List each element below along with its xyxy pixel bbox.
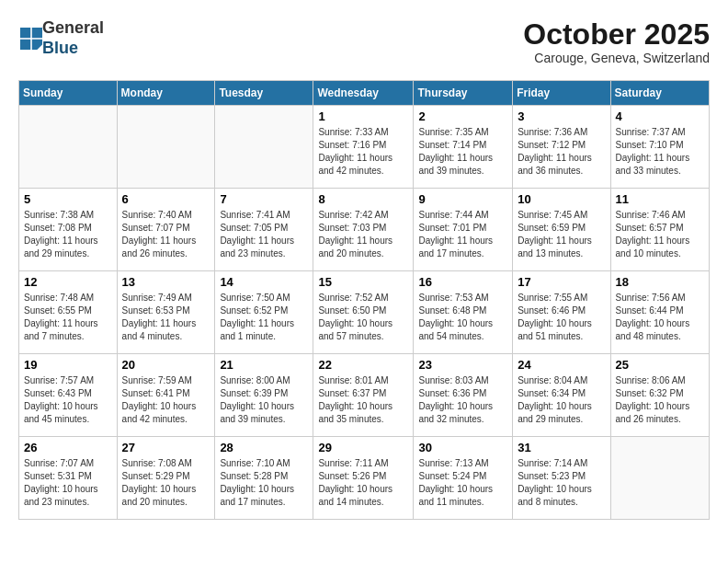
calendar-cell: 24Sunrise: 8:04 AM Sunset: 6:34 PM Dayli… bbox=[513, 354, 610, 437]
title-block: October 2025 Carouge, Geneva, Switzerlan… bbox=[523, 18, 710, 65]
day-number: 8 bbox=[318, 192, 408, 206]
day-info: Sunrise: 7:07 AM Sunset: 5:31 PM Dayligh… bbox=[24, 457, 112, 509]
day-number: 20 bbox=[122, 358, 210, 372]
calendar-cell: 4Sunrise: 7:37 AM Sunset: 7:10 PM Daylig… bbox=[610, 106, 709, 189]
calendar-cell: 19Sunrise: 7:57 AM Sunset: 6:43 PM Dayli… bbox=[19, 354, 118, 437]
calendar-cell: 26Sunrise: 7:07 AM Sunset: 5:31 PM Dayli… bbox=[19, 437, 118, 520]
day-number: 21 bbox=[220, 358, 308, 372]
calendar-header-wednesday: Wednesday bbox=[313, 81, 414, 106]
calendar-cell: 10Sunrise: 7:45 AM Sunset: 6:59 PM Dayli… bbox=[513, 189, 610, 271]
calendar-cell: 6Sunrise: 7:40 AM Sunset: 7:07 PM Daylig… bbox=[117, 189, 215, 271]
day-info: Sunrise: 7:08 AM Sunset: 5:29 PM Dayligh… bbox=[122, 457, 210, 509]
day-number: 3 bbox=[518, 109, 605, 123]
calendar-header-row: SundayMondayTuesdayWednesdayThursdayFrid… bbox=[19, 81, 710, 106]
calendar-cell bbox=[117, 106, 215, 189]
day-info: Sunrise: 7:38 AM Sunset: 7:08 PM Dayligh… bbox=[24, 209, 112, 260]
calendar-cell: 12Sunrise: 7:48 AM Sunset: 6:55 PM Dayli… bbox=[19, 271, 118, 354]
logo-blue: Blue bbox=[42, 39, 78, 57]
calendar-cell bbox=[19, 106, 118, 189]
day-info: Sunrise: 7:57 AM Sunset: 6:43 PM Dayligh… bbox=[24, 374, 112, 426]
logo-icon bbox=[20, 28, 42, 50]
calendar-header-saturday: Saturday bbox=[610, 81, 709, 106]
day-info: Sunrise: 7:40 AM Sunset: 7:07 PM Dayligh… bbox=[122, 209, 210, 260]
day-number: 14 bbox=[220, 275, 308, 289]
calendar-cell: 3Sunrise: 7:36 AM Sunset: 7:12 PM Daylig… bbox=[513, 106, 610, 189]
calendar-cell: 2Sunrise: 7:35 AM Sunset: 7:14 PM Daylig… bbox=[414, 106, 513, 189]
day-number: 26 bbox=[24, 441, 112, 454]
calendar-cell: 29Sunrise: 7:11 AM Sunset: 5:26 PM Dayli… bbox=[313, 437, 414, 520]
calendar-cell: 9Sunrise: 7:44 AM Sunset: 7:01 PM Daylig… bbox=[414, 189, 513, 271]
day-number: 16 bbox=[418, 275, 507, 289]
calendar-week-row: 1Sunrise: 7:33 AM Sunset: 7:16 PM Daylig… bbox=[19, 106, 710, 189]
day-number: 22 bbox=[318, 358, 408, 372]
calendar-cell: 15Sunrise: 7:52 AM Sunset: 6:50 PM Dayli… bbox=[313, 271, 414, 354]
day-number: 15 bbox=[318, 275, 408, 289]
day-info: Sunrise: 7:56 AM Sunset: 6:44 PM Dayligh… bbox=[616, 292, 704, 343]
day-info: Sunrise: 7:37 AM Sunset: 7:10 PM Dayligh… bbox=[616, 126, 704, 178]
calendar-cell: 21Sunrise: 8:00 AM Sunset: 6:39 PM Dayli… bbox=[215, 354, 313, 437]
calendar-cell: 7Sunrise: 7:41 AM Sunset: 7:05 PM Daylig… bbox=[215, 189, 313, 271]
day-info: Sunrise: 7:48 AM Sunset: 6:55 PM Dayligh… bbox=[24, 292, 112, 343]
calendar-cell: 23Sunrise: 8:03 AM Sunset: 6:36 PM Dayli… bbox=[414, 354, 513, 437]
day-info: Sunrise: 7:52 AM Sunset: 6:50 PM Dayligh… bbox=[318, 292, 408, 343]
calendar-cell: 18Sunrise: 7:56 AM Sunset: 6:44 PM Dayli… bbox=[610, 271, 709, 354]
day-info: Sunrise: 7:41 AM Sunset: 7:05 PM Dayligh… bbox=[220, 209, 308, 260]
calendar-cell: 20Sunrise: 7:59 AM Sunset: 6:41 PM Dayli… bbox=[117, 354, 215, 437]
day-number: 19 bbox=[24, 358, 112, 372]
page-header: General Blue October 2025 Carouge, Genev… bbox=[18, 18, 710, 65]
logo-general: General bbox=[42, 18, 104, 37]
calendar-week-row: 26Sunrise: 7:07 AM Sunset: 5:31 PM Dayli… bbox=[19, 437, 710, 520]
logo: General Blue bbox=[18, 18, 104, 58]
day-info: Sunrise: 7:14 AM Sunset: 5:23 PM Dayligh… bbox=[518, 457, 605, 509]
day-info: Sunrise: 7:55 AM Sunset: 6:46 PM Dayligh… bbox=[518, 292, 605, 343]
day-info: Sunrise: 8:01 AM Sunset: 6:37 PM Dayligh… bbox=[318, 374, 408, 426]
svg-marker-3 bbox=[32, 39, 42, 49]
calendar-table: SundayMondayTuesdayWednesdayThursdayFrid… bbox=[18, 80, 710, 520]
svg-rect-2 bbox=[20, 39, 30, 49]
calendar-week-row: 5Sunrise: 7:38 AM Sunset: 7:08 PM Daylig… bbox=[19, 189, 710, 271]
day-number: 30 bbox=[418, 441, 507, 454]
calendar-header-friday: Friday bbox=[513, 81, 610, 106]
day-number: 7 bbox=[220, 192, 308, 206]
day-number: 28 bbox=[220, 441, 308, 454]
calendar-cell bbox=[215, 106, 313, 189]
calendar-cell bbox=[610, 437, 709, 520]
day-info: Sunrise: 7:10 AM Sunset: 5:28 PM Dayligh… bbox=[220, 457, 308, 509]
day-info: Sunrise: 8:03 AM Sunset: 6:36 PM Dayligh… bbox=[418, 374, 507, 426]
calendar-header-thursday: Thursday bbox=[414, 81, 513, 106]
calendar-header-tuesday: Tuesday bbox=[215, 81, 313, 106]
day-info: Sunrise: 8:04 AM Sunset: 6:34 PM Dayligh… bbox=[518, 374, 605, 426]
day-number: 1 bbox=[318, 109, 408, 123]
day-number: 23 bbox=[418, 358, 507, 372]
calendar-cell: 25Sunrise: 8:06 AM Sunset: 6:32 PM Dayli… bbox=[610, 354, 709, 437]
day-info: Sunrise: 7:50 AM Sunset: 6:52 PM Dayligh… bbox=[220, 292, 308, 343]
day-number: 2 bbox=[418, 109, 507, 123]
calendar-cell: 27Sunrise: 7:08 AM Sunset: 5:29 PM Dayli… bbox=[117, 437, 215, 520]
day-info: Sunrise: 7:35 AM Sunset: 7:14 PM Dayligh… bbox=[418, 126, 507, 178]
day-number: 11 bbox=[616, 192, 704, 206]
day-number: 12 bbox=[24, 275, 112, 289]
day-number: 10 bbox=[518, 192, 605, 206]
calendar-cell: 22Sunrise: 8:01 AM Sunset: 6:37 PM Dayli… bbox=[313, 354, 414, 437]
calendar-week-row: 12Sunrise: 7:48 AM Sunset: 6:55 PM Dayli… bbox=[19, 271, 710, 354]
day-number: 5 bbox=[24, 192, 112, 206]
day-info: Sunrise: 8:06 AM Sunset: 6:32 PM Dayligh… bbox=[616, 374, 704, 426]
day-number: 13 bbox=[122, 275, 210, 289]
calendar-week-row: 19Sunrise: 7:57 AM Sunset: 6:43 PM Dayli… bbox=[19, 354, 710, 437]
calendar-cell: 13Sunrise: 7:49 AM Sunset: 6:53 PM Dayli… bbox=[117, 271, 215, 354]
day-number: 6 bbox=[122, 192, 210, 206]
subtitle: Carouge, Geneva, Switzerland bbox=[523, 51, 710, 65]
day-info: Sunrise: 7:13 AM Sunset: 5:24 PM Dayligh… bbox=[418, 457, 507, 509]
day-info: Sunrise: 7:46 AM Sunset: 6:57 PM Dayligh… bbox=[616, 209, 704, 260]
calendar-cell: 14Sunrise: 7:50 AM Sunset: 6:52 PM Dayli… bbox=[215, 271, 313, 354]
day-info: Sunrise: 7:11 AM Sunset: 5:26 PM Dayligh… bbox=[318, 457, 408, 509]
calendar-cell: 16Sunrise: 7:53 AM Sunset: 6:48 PM Dayli… bbox=[414, 271, 513, 354]
day-number: 29 bbox=[318, 441, 408, 454]
day-number: 4 bbox=[616, 109, 704, 123]
calendar-cell: 28Sunrise: 7:10 AM Sunset: 5:28 PM Dayli… bbox=[215, 437, 313, 520]
day-info: Sunrise: 7:36 AM Sunset: 7:12 PM Dayligh… bbox=[518, 126, 605, 178]
day-info: Sunrise: 7:44 AM Sunset: 7:01 PM Dayligh… bbox=[418, 209, 507, 260]
day-info: Sunrise: 7:59 AM Sunset: 6:41 PM Dayligh… bbox=[122, 374, 210, 426]
svg-rect-1 bbox=[32, 28, 42, 38]
calendar-header-monday: Monday bbox=[117, 81, 215, 106]
